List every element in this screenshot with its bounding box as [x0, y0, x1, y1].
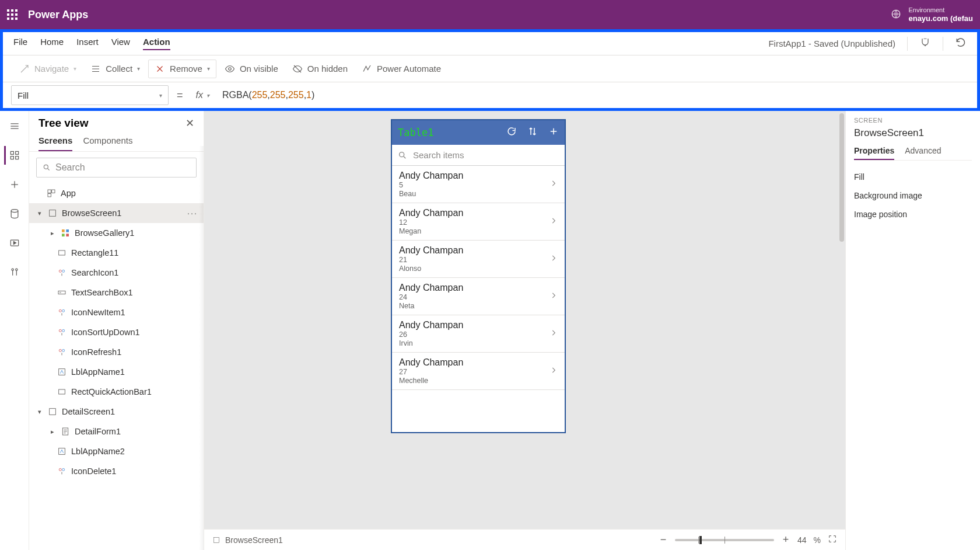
svg-rect-16 [59, 250, 65, 255]
sort-icon[interactable] [527, 126, 538, 139]
zoom-in-button[interactable]: + [781, 534, 790, 546]
tree-node-rectangle11[interactable]: Rectangle11 [29, 243, 204, 263]
tab-components[interactable]: Components [83, 135, 132, 151]
menu-home[interactable]: Home [40, 37, 64, 50]
tab-screens[interactable]: Screens [38, 135, 72, 151]
caret-right-icon[interactable]: ▸ [49, 229, 56, 237]
caret-right-icon[interactable]: ▸ [49, 428, 56, 436]
tree-node-browsescreen1[interactable]: ▾ BrowseScreen1 ··· [29, 203, 204, 223]
caret-down-icon[interactable]: ▾ [36, 408, 43, 416]
undo-icon[interactable] [955, 37, 967, 50]
menu-divider [907, 37, 908, 51]
tree-node-textsearchbox1[interactable]: TextSearchBox1 [29, 283, 204, 302]
phone-search-input[interactable]: Search items [392, 145, 565, 166]
svg-point-32 [62, 468, 65, 471]
tab-properties[interactable]: Properties [854, 146, 894, 160]
ribbon-collect[interactable]: Collect ▾ [85, 60, 146, 78]
list-item-title: Andy Champan [399, 283, 550, 293]
chevron-down-icon: ▾ [207, 65, 210, 72]
svg-point-17 [59, 270, 61, 272]
list-item[interactable]: Andy Champan 21 Alonso [392, 241, 565, 278]
ribbon-action: Navigate ▾ Collect ▾ Remove ▾ On visible… [3, 55, 977, 82]
tree-node-detailform1[interactable]: ▸ DetailForm1 [29, 422, 204, 441]
list-item-sub1: 26 [399, 330, 550, 339]
formula-input[interactable]: RGBA ( 255 , 255 , 255 , 1 ) [220, 85, 969, 105]
tree-node-iconnewitem1[interactable]: IconNewItem1 [29, 302, 204, 322]
tree-node-icondelete1[interactable]: IconDelete1 [29, 461, 204, 481]
rail-insert-icon[interactable] [5, 175, 24, 194]
ribbon-on-hidden-label: On hidden [307, 64, 348, 74]
canvas-area[interactable]: Table1 Search items Andy Champan 5 Beau [204, 111, 846, 550]
app-header: Power Apps Environment enayu.com (defau [0, 0, 980, 29]
prop-row-fill[interactable]: Fill [854, 172, 972, 182]
tree-node-browsegallery1[interactable]: ▸ BrowseGallery1 [29, 223, 204, 243]
rail-hamburger-icon[interactable] [5, 117, 24, 135]
list-item[interactable]: Andy Champan 24 Neta [392, 278, 565, 315]
rail-data-icon[interactable] [5, 204, 24, 223]
formula-token-fn: RGBA [222, 90, 249, 100]
tree-scrollbar[interactable] [199, 146, 204, 550]
rail-advanced-tools-icon[interactable] [5, 263, 24, 281]
add-icon[interactable] [548, 126, 559, 139]
fx-button[interactable]: fx ▾ [191, 90, 214, 100]
menu-file[interactable]: File [13, 37, 27, 50]
zoom-out-button[interactable]: − [659, 534, 668, 546]
ribbon-navigate: Navigate ▾ [13, 60, 82, 78]
menu-action[interactable]: Action [143, 37, 170, 50]
tree-search-input[interactable]: Search [36, 158, 197, 177]
list-item-sub2: Irvin [399, 339, 550, 347]
phone-preview[interactable]: Table1 Search items Andy Champan 5 Beau [391, 119, 566, 433]
tree-node-rectquickactionbar1[interactable]: RectQuickActionBar1 [29, 382, 204, 402]
app-checker-icon[interactable] [919, 37, 931, 50]
formula-token-n3: 255 [288, 90, 304, 100]
zoom-slider[interactable] [675, 539, 774, 541]
tree-node-iconrefresh1[interactable]: IconRefresh1 [29, 342, 204, 362]
svg-point-6 [15, 269, 17, 270]
svg-point-7 [44, 165, 48, 169]
close-icon[interactable]: ✕ [186, 117, 194, 130]
tree-node-label: Rectangle11 [71, 248, 118, 257]
svg-point-5 [12, 269, 13, 270]
tree-node-label: LblAppName2 [71, 447, 125, 456]
fit-to-screen-icon[interactable] [828, 534, 837, 545]
ribbon-on-visible[interactable]: On visible [219, 60, 284, 78]
svg-rect-8 [48, 190, 51, 193]
list-item-sub2: Mechelle [399, 377, 550, 385]
menu-insert[interactable]: Insert [76, 37, 99, 50]
prop-row-image-position[interactable]: Image position [854, 210, 972, 219]
canvas-scrollbar[interactable] [839, 113, 844, 527]
svg-point-23 [62, 329, 65, 332]
rail-media-icon[interactable] [5, 234, 24, 252]
list-item[interactable]: Andy Champan 12 Megan [392, 203, 565, 241]
more-icon[interactable]: ··· [187, 208, 198, 218]
tree-node-lblappname1[interactable]: LblAppName1 [29, 362, 204, 382]
menu-view[interactable]: View [111, 37, 130, 50]
caret-down-icon[interactable]: ▾ [36, 210, 43, 217]
tree-node-iconsortupdown1[interactable]: IconSortUpDown1 [29, 322, 204, 342]
ribbon-remove[interactable]: Remove ▾ [148, 60, 216, 78]
environment-icon [891, 9, 901, 21]
tree-node-searchicon1[interactable]: SearchIcon1 [29, 263, 204, 283]
refresh-icon[interactable] [506, 126, 517, 139]
list-item[interactable]: Andy Champan 26 Irvin [392, 315, 565, 353]
ribbon-power-automate[interactable]: Power Automate [356, 60, 447, 78]
tree-node-label: SearchIcon1 [71, 268, 118, 277]
prop-row-background-image[interactable]: Background image [854, 191, 972, 200]
tab-advanced[interactable]: Advanced [905, 146, 941, 160]
tree-node-app[interactable]: App [29, 183, 204, 203]
app-launcher-icon[interactable] [7, 9, 18, 20]
tree-node-detailscreen1[interactable]: ▾ DetailScreen1 [29, 402, 204, 422]
equals-label: = [174, 89, 186, 102]
property-selector[interactable]: Fill ▾ [11, 85, 169, 105]
list-item[interactable]: Andy Champan 5 Beau [392, 166, 565, 203]
props-title: BrowseScreen1 [854, 127, 972, 139]
list-item-title: Andy Champan [399, 245, 550, 256]
list-item-sub2: Beau [399, 190, 550, 198]
formula-token-close: ) [312, 90, 314, 100]
ribbon-on-hidden[interactable]: On hidden [286, 60, 354, 78]
rail-tree-view-icon[interactable] [4, 146, 23, 165]
tree-node-lblappname2[interactable]: LblAppName2 [29, 441, 204, 461]
tree-node-label: RectQuickActionBar1 [71, 387, 152, 396]
list-item[interactable]: Andy Champan 27 Mechelle [392, 353, 565, 390]
environment-picker[interactable]: Environment enayu.com (defau [908, 6, 973, 23]
